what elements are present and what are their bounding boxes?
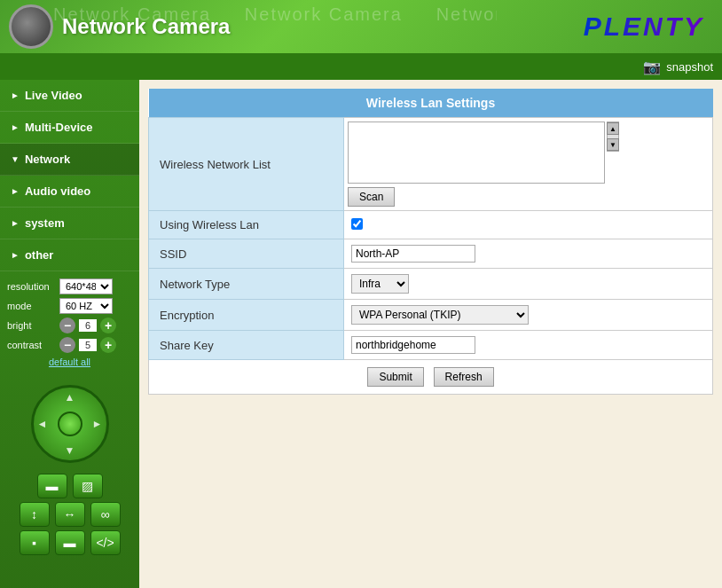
wlan-using-checkbox-cell xyxy=(344,211,713,239)
leftright-icon: ↔ xyxy=(64,507,76,521)
sidebar-item-audio-video[interactable]: Audio video xyxy=(0,176,139,208)
sidebar-item-system[interactable]: system xyxy=(0,208,139,239)
wlan-actions-row: Submit Refresh xyxy=(149,360,713,395)
bright-minus-button[interactable]: − xyxy=(59,318,75,333)
contrast-plus-button[interactable]: + xyxy=(100,337,116,353)
bright-plus-button[interactable]: + xyxy=(100,318,116,333)
snapshot-camera-icon: 📷 xyxy=(643,59,661,75)
contrast-control: contrast − 5 + xyxy=(7,337,132,353)
code-icon: </> xyxy=(96,536,114,550)
icon-buttons-area: ▬ ▨ ↕ ↔ ∞ ▪ xyxy=(0,470,139,559)
scroll-up-button[interactable]: ▲ xyxy=(607,122,619,135)
icon-row-2: ↕ ↔ ∞ xyxy=(7,502,132,527)
snapshot-button[interactable]: 📷 snapshot xyxy=(643,59,713,75)
record-button[interactable]: ▬ xyxy=(37,474,67,498)
photo-icon: ▨ xyxy=(82,479,93,493)
wlan-ssid-row: SSID xyxy=(149,239,713,269)
updown-icon: ↕ xyxy=(31,507,37,521)
icon-row-1: ▬ ▨ xyxy=(7,474,132,498)
dpad-up-button[interactable]: ▲ xyxy=(65,391,75,404)
resolution-select[interactable]: 640*480 320*240 160*120 xyxy=(59,278,113,294)
wlan-using-label: Using Wireless Lan xyxy=(149,211,344,239)
sidebar-label-network: Network xyxy=(25,153,70,166)
sidebar: Live Video Multi-Device Network Audio vi… xyxy=(0,80,139,588)
main-content: Wireless Lan Settings Wireless Network L… xyxy=(139,80,722,588)
network-type-select[interactable]: Infra Adhoc xyxy=(351,274,409,294)
arrow-icon xyxy=(11,154,20,164)
share-key-input[interactable] xyxy=(351,336,475,354)
sidebar-label-other: other xyxy=(25,248,54,262)
camera-logo-icon xyxy=(9,4,53,49)
leftright-button[interactable]: ↔ xyxy=(55,502,85,527)
wlan-encryption-cell: WPA Personal (TKIP) None WEP WPA2 Person… xyxy=(344,300,713,331)
contrast-label: contrast xyxy=(7,340,56,350)
wlan-ssid-cell xyxy=(344,239,713,269)
resolution-control: resolution 640*480 320*240 160*120 xyxy=(7,278,132,294)
wlan-title-row: Wireless Lan Settings xyxy=(149,89,713,118)
resolution-label: resolution xyxy=(7,281,56,292)
wlan-network-list-cell: ▲ ▼ Scan xyxy=(344,118,713,211)
link-icon: ∞ xyxy=(101,507,110,521)
arrow-icon xyxy=(11,122,20,132)
arrow-icon xyxy=(11,218,20,228)
small-square-button[interactable]: ▪ xyxy=(20,530,50,555)
wlan-network-list-row: Wireless Network List ▲ ▼ Scan xyxy=(149,118,713,211)
wlan-share-key-cell xyxy=(344,331,713,360)
sidebar-label-live-video: Live Video xyxy=(25,89,82,102)
default-all-link[interactable]: default all xyxy=(7,357,132,367)
icon-row-3: ▪ ▬ </> xyxy=(7,530,132,555)
wlan-settings-table: Wireless Lan Settings Wireless Network L… xyxy=(148,89,713,395)
encryption-select[interactable]: WPA Personal (TKIP) None WEP WPA2 Person… xyxy=(351,305,529,325)
mode-control: mode 60 HZ 50 HZ xyxy=(7,298,132,314)
dpad-center-button[interactable] xyxy=(58,412,82,436)
link-button[interactable]: ∞ xyxy=(90,502,121,527)
dpad-left-button[interactable]: ◄ xyxy=(37,418,48,430)
sidebar-label-audio-video: Audio video xyxy=(25,184,90,198)
record-icon: ▬ xyxy=(46,479,59,493)
wlan-encryption-row: Encryption WPA Personal (TKIP) None WEP … xyxy=(149,300,713,331)
sidebar-label-system: system xyxy=(25,216,65,230)
scroll-track: ▲ ▼ xyxy=(607,122,619,152)
sidebar-item-live-video[interactable]: Live Video xyxy=(0,80,139,112)
network-list-textarea[interactable] xyxy=(348,122,605,184)
small-square-icon: ▪ xyxy=(32,536,36,550)
submit-button[interactable]: Submit xyxy=(367,367,423,387)
wlan-actions-cell: Submit Refresh xyxy=(149,360,713,395)
scan-button[interactable]: Scan xyxy=(348,187,395,207)
bright-control: bright − 6 + xyxy=(7,318,132,333)
bright-label: bright xyxy=(7,320,56,331)
updown-button[interactable]: ↕ xyxy=(20,502,50,527)
sidebar-item-network[interactable]: Network xyxy=(0,144,139,176)
directional-pad: ▲ ▼ ◄ ► xyxy=(31,385,109,463)
contrast-value: 5 xyxy=(79,339,97,351)
wlan-network-list-label: Wireless Network List xyxy=(149,118,344,211)
controls-area: resolution 640*480 320*240 160*120 mode … xyxy=(0,271,139,378)
photo-button[interactable]: ▨ xyxy=(73,474,103,498)
refresh-button[interactable]: Refresh xyxy=(434,367,494,387)
main-layout: Live Video Multi-Device Network Audio vi… xyxy=(0,80,722,588)
sidebar-item-other[interactable]: other xyxy=(0,239,139,271)
wlan-network-type-row: Network Type Infra Adhoc xyxy=(149,269,713,300)
medium-square-button[interactable]: ▬ xyxy=(55,530,85,555)
header: Network Camera Network Camera Network Ca… xyxy=(0,0,722,53)
ssid-input[interactable] xyxy=(351,245,475,263)
sidebar-item-multi-device[interactable]: Multi-Device xyxy=(0,112,139,144)
arrow-icon xyxy=(11,250,20,260)
wlan-ssid-label: SSID xyxy=(149,239,344,269)
mode-label: mode xyxy=(7,301,56,311)
dpad-down-button[interactable]: ▼ xyxy=(65,444,75,457)
using-wireless-lan-checkbox[interactable] xyxy=(351,218,363,230)
medium-square-icon: ▬ xyxy=(64,536,76,550)
scroll-down-button[interactable]: ▼ xyxy=(607,138,619,151)
wlan-share-key-row: Share Key xyxy=(149,331,713,360)
dpad-right-button[interactable]: ► xyxy=(92,418,103,430)
arrow-icon xyxy=(11,90,20,100)
header-watermark: Network Camera Network Camera Network Ca… xyxy=(53,4,497,25)
bright-value: 6 xyxy=(79,319,97,332)
mode-select[interactable]: 60 HZ 50 HZ xyxy=(59,298,113,314)
wlan-title: Wireless Lan Settings xyxy=(149,89,713,118)
dpad-container: ▲ ▼ ◄ ► xyxy=(0,385,139,463)
code-button[interactable]: </> xyxy=(90,530,121,555)
contrast-minus-button[interactable]: − xyxy=(59,337,75,353)
wlan-using-row: Using Wireless Lan xyxy=(149,211,713,239)
